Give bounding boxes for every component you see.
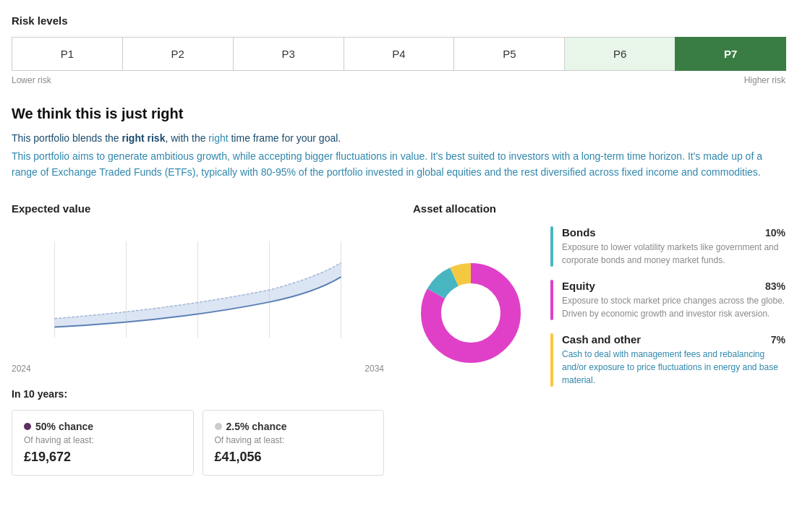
risk-btn-p5[interactable]: P5 [453,37,565,71]
chance-50-label: 50% chance [24,421,182,432]
legend-item-cash: Cash and other 7% Cash to deal with mana… [550,333,785,387]
recommendation-title: We think this is just right [12,106,785,122]
recommendation-section: We think this is just right This portfol… [12,106,785,181]
desc-text-2: This portfolio aims to generate ambitiou… [12,148,785,181]
bonds-desc: Exposure to lower volatility markets lik… [562,241,785,267]
asset-allocation-section: Asset allocation [413,202,785,400]
chance-card-2-5: 2.5% chance Of having at least: £41,056 [203,410,385,476]
risk-btn-p1[interactable]: P1 [12,37,123,71]
equity-color-bar [550,280,553,320]
equity-header: Equity 83% [562,280,785,292]
risk-btn-p4[interactable]: P4 [344,37,455,71]
year-start-label: 2024 [12,364,31,374]
risk-btn-p3[interactable]: P3 [233,37,344,71]
chance-2-5-label: 2.5% chance [215,421,372,432]
cash-name: Cash and other [562,333,641,346]
bonds-name: Bonds [562,226,596,239]
chance-card-50: 50% chance Of having at least: £19,672 [12,410,194,476]
risk-btn-p7[interactable]: P7 [675,37,786,71]
risk-btn-p2[interactable]: P2 [122,37,234,71]
year-end-label: 2034 [365,364,384,374]
lower-risk-label: Lower risk [12,75,51,85]
chance-2-5-value: £41,056 [215,450,372,465]
donut-chart-svg [413,255,529,371]
chance-50-sub: Of having at least: [24,435,182,445]
cash-content: Cash and other 7% Cash to deal with mana… [562,333,785,387]
two-col-layout: Expected value 2024 2034 In 10 years [12,202,785,476]
dot-2-5-icon [215,423,222,430]
bonds-header: Bonds 10% [562,226,785,239]
legend-item-equity: Equity 83% Exposure to stock market pric… [550,280,785,320]
cash-pct: 7% [771,334,785,346]
chance-2-5-sub: Of having at least: [215,435,372,445]
equity-desc: Exposure to stock market price changes a… [562,294,785,320]
bonds-content: Bonds 10% Exposure to lower volatility m… [562,226,785,267]
equity-pct: 83% [765,280,785,292]
expected-value-title: Expected value [12,202,384,215]
line-chart-svg [12,226,384,356]
chart-area [12,226,384,356]
risk-levels-section: Risk levels P1 P2 P3 P4 P5 P6 P7 Lower r… [12,14,785,85]
chart-year-labels: 2024 2034 [12,364,384,374]
bonds-pct: 10% [765,227,785,239]
equity-name: Equity [562,280,595,292]
expected-value-section: Expected value 2024 2034 In 10 years [12,202,384,476]
legend-item-bonds: Bonds 10% Exposure to lower volatility m… [550,226,785,267]
risk-labels: Lower risk Higher risk [12,75,785,85]
asset-allocation-title: Asset allocation [413,202,785,215]
bonds-color-bar [550,226,553,267]
cash-desc: Cash to deal with management fees and re… [562,348,785,387]
cash-color-bar [550,333,553,387]
chance-50-value: £19,672 [24,450,182,465]
svg-point-8 [442,284,500,342]
equity-content: Equity 83% Exposure to stock market pric… [562,280,785,320]
donut-container: Bonds 10% Exposure to lower volatility m… [413,226,785,400]
allocation-legend: Bonds 10% Exposure to lower volatility m… [550,226,785,400]
dot-50-icon [24,423,31,430]
risk-levels-title: Risk levels [12,14,785,27]
higher-risk-label: Higher risk [744,75,785,85]
in-years-label: In 10 years: [12,388,384,400]
risk-buttons-container: P1 P2 P3 P4 P5 P6 P7 [12,37,785,71]
chance-cards-container: 50% chance Of having at least: £19,672 2… [12,410,384,476]
risk-btn-p6[interactable]: P6 [564,37,675,71]
cash-header: Cash and other 7% [562,333,785,346]
desc-text-1: This portfolio blends the right risk, wi… [12,132,785,144]
